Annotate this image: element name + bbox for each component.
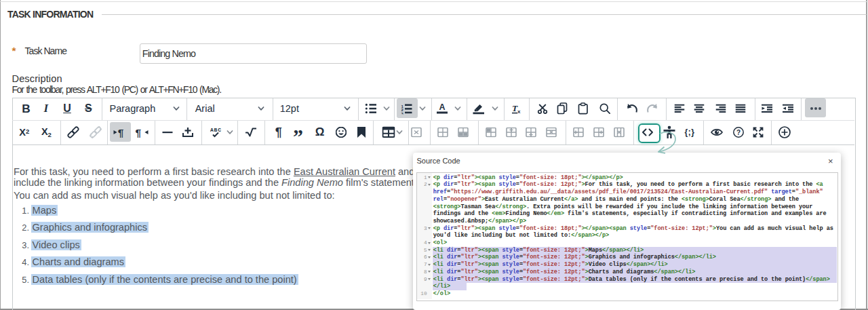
svg-text:ABC: ABC <box>210 127 221 133</box>
svg-text:x: x <box>517 109 521 114</box>
svg-text:¶: ¶ <box>136 127 142 138</box>
svg-text:¶: ¶ <box>118 127 124 138</box>
svg-text:?: ? <box>736 128 741 136</box>
svg-text:A: A <box>439 102 445 112</box>
svg-text:3: 3 <box>401 112 403 115</box>
